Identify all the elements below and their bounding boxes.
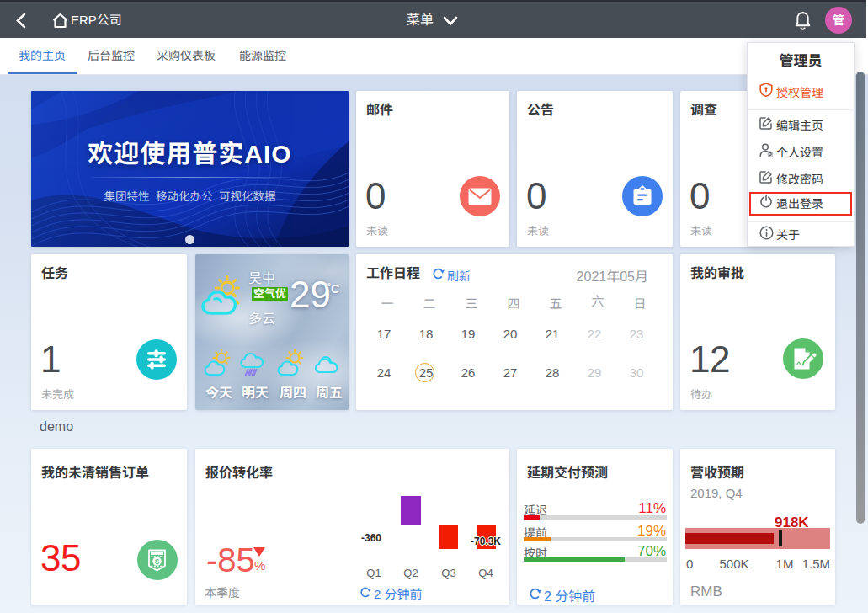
svg-text:S: S <box>155 557 160 566</box>
